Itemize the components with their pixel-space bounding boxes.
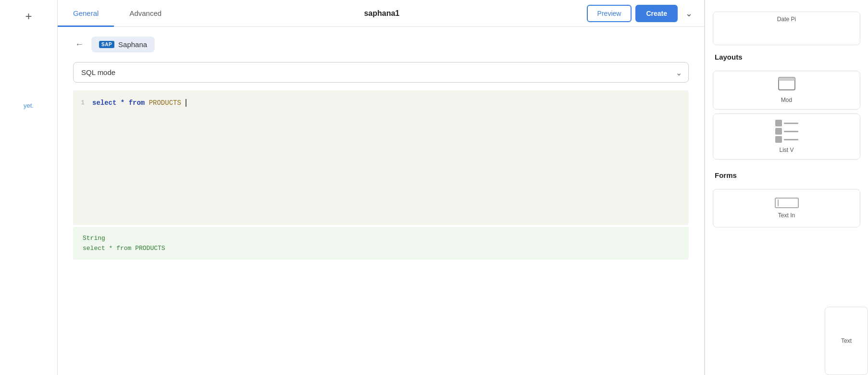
- layouts-section: Layouts Mod: [705, 49, 868, 110]
- list-view-label: List V: [779, 147, 794, 153]
- result-area: String select * from PRODUCTS: [73, 227, 689, 260]
- text-input-icon: [775, 198, 799, 208]
- result-query: select * from PRODUCTS: [83, 245, 679, 252]
- code-line-1: 1 select * from PRODUCTS: [73, 98, 689, 108]
- text-label: Text: [841, 338, 852, 344]
- date-picker-card[interactable]: Date Pi: [713, 12, 860, 45]
- modal-label: Mod: [781, 97, 792, 103]
- sap-logo: SAP: [99, 41, 114, 48]
- content-body: ← SAP Saphana SQL mode GUI mode ⌄ 1 sele…: [58, 27, 704, 375]
- tab-general[interactable]: General: [58, 0, 114, 27]
- sql-mode-wrapper: SQL mode GUI mode ⌄: [73, 62, 689, 83]
- saphana-badge[interactable]: SAP Saphana: [91, 37, 155, 52]
- line-number-1: 1: [73, 99, 92, 106]
- keyword-select: select: [92, 99, 116, 107]
- forms-title: Forms: [705, 167, 868, 185]
- result-type: String: [83, 235, 679, 242]
- date-picker-label: Date Pi: [717, 16, 856, 23]
- text-input-card[interactable]: Text In: [713, 189, 860, 227]
- tab-actions: Preview Create ⌄: [587, 5, 704, 22]
- preview-button[interactable]: Preview: [587, 5, 632, 22]
- keyword-star: *: [121, 99, 124, 107]
- layouts-title: Layouts: [705, 49, 868, 67]
- modal-card[interactable]: Mod: [713, 71, 860, 110]
- tab-bar: General Advanced saphana1 Preview Create…: [58, 0, 704, 27]
- modal-icon: [778, 77, 795, 93]
- list-view-icon: [775, 120, 798, 143]
- text-input-label: Text In: [778, 212, 795, 219]
- text-card[interactable]: Text: [825, 307, 868, 375]
- code-content-1: select * from PRODUCTS: [92, 99, 186, 107]
- back-arrow-icon[interactable]: ←: [73, 38, 86, 51]
- tab-advanced[interactable]: Advanced: [114, 0, 177, 27]
- add-button[interactable]: +: [20, 8, 37, 25]
- chevron-down-icon[interactable]: ⌄: [682, 6, 696, 21]
- svg-rect-1: [779, 77, 795, 81]
- saphana-name: Saphana: [118, 40, 147, 49]
- source-nav: ← SAP Saphana: [73, 37, 689, 52]
- left-sidebar: + yet.: [0, 0, 58, 375]
- right-sidebar: Date Pi Layouts Mod: [705, 0, 868, 375]
- text-cursor: [186, 99, 186, 107]
- query-title: saphana1: [177, 9, 587, 18]
- create-button[interactable]: Create: [635, 5, 678, 22]
- list-view-card[interactable]: List V: [713, 113, 860, 160]
- code-editor[interactable]: 1 select * from PRODUCTS: [73, 90, 689, 225]
- sql-mode-select[interactable]: SQL mode GUI mode: [73, 62, 689, 83]
- keyword-from: from: [129, 99, 145, 107]
- table-name: PRODUCTS: [149, 99, 181, 107]
- main-content: General Advanced saphana1 Preview Create…: [58, 0, 705, 375]
- yet-text: yet.: [20, 102, 37, 109]
- forms-section: Forms Text In: [705, 167, 868, 227]
